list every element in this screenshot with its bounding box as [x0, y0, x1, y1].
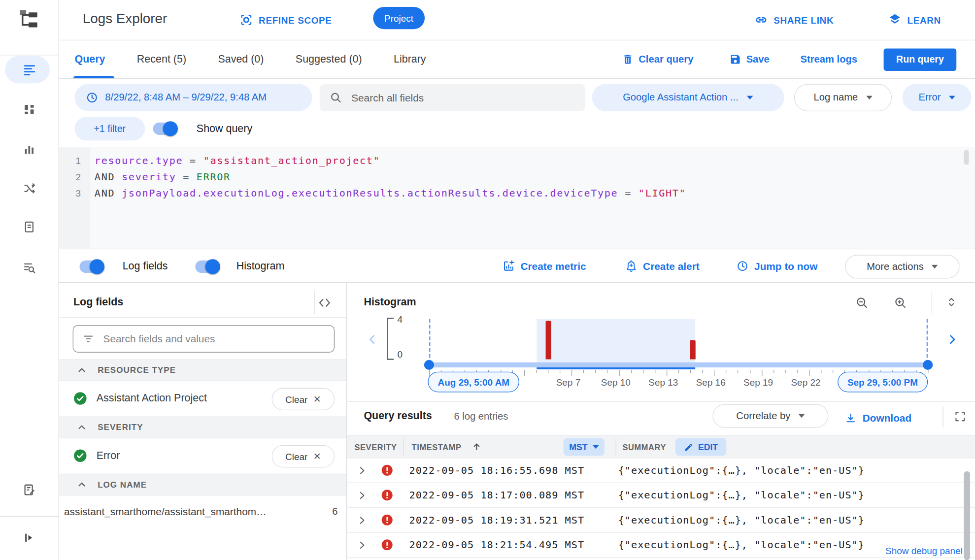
create-metric-button[interactable]: Create metric — [503, 249, 586, 283]
chevron-up-icon — [76, 364, 88, 376]
search-all-fields-box — [320, 84, 585, 111]
alert-bell-icon — [625, 260, 638, 272]
clear-label: Clear — [285, 394, 307, 404]
axis-tick — [536, 370, 537, 373]
resource-filter-label: Google Assistant Action ... — [623, 92, 739, 103]
log-entry-row[interactable]: 2022-09-05 18:16:55.698 MST{"executionLo… — [347, 458, 975, 483]
range-handle-start[interactable] — [424, 360, 434, 370]
expand-row-chevron[interactable] — [356, 540, 368, 551]
time-range-slider-track[interactable] — [429, 362, 928, 367]
query-editor[interactable]: 1resource.type = "assistant_action_proje… — [59, 147, 975, 249]
log-entry-row[interactable]: 2022-09-05 18:17:00.089 MST{"executionLo… — [347, 483, 975, 508]
stream-logs-button[interactable]: Stream logs — [800, 40, 857, 78]
axis-tick-label: Sep 22 — [791, 377, 820, 387]
axis-tick — [928, 370, 928, 373]
sort-ascending-icon[interactable] — [471, 441, 482, 452]
sidebar-expand-button[interactable] — [22, 530, 36, 545]
axis-tick — [797, 370, 798, 373]
range-handle-end[interactable] — [923, 360, 933, 370]
timezone-dropdown[interactable]: MST — [564, 438, 605, 456]
view-toggle-row: Log fields Histogram Create metric Creat… — [59, 249, 975, 283]
run-query-button[interactable]: Run query — [884, 48, 957, 70]
save-label: Save — [746, 54, 770, 65]
project-scope-badge[interactable]: Project — [373, 7, 424, 29]
save-button[interactable]: Save — [730, 40, 770, 78]
expand-row-chevron[interactable] — [356, 515, 368, 526]
refine-scope-button[interactable]: REFINE SCOPE — [239, 13, 332, 27]
correlate-by-label: Correlate by — [736, 410, 790, 422]
range-start-pill[interactable]: Aug 29, 5:00 AM — [428, 372, 519, 393]
sidebar-item-log-router[interactable] — [22, 181, 36, 196]
time-range-picker[interactable]: 8/29/22, 8:48 AM – 9/29/22, 9:48 AM — [74, 84, 312, 111]
edit-summary-button[interactable]: EDIT — [675, 438, 727, 456]
tab-query[interactable]: Query — [74, 54, 105, 66]
show-query-toggle[interactable] — [153, 121, 178, 136]
download-button[interactable]: Download — [844, 401, 911, 435]
search-all-fields-input[interactable] — [350, 91, 575, 104]
learn-button[interactable]: LEARN — [888, 13, 941, 27]
jump-to-now-button[interactable]: Jump to now — [736, 249, 817, 283]
results-scrollbar[interactable] — [964, 471, 970, 560]
expand-row-chevron[interactable] — [356, 465, 368, 476]
pan-left-chevron[interactable] — [366, 332, 379, 346]
sidebar-item-log-analytics[interactable] — [22, 102, 36, 117]
axis-tick — [762, 370, 762, 376]
fields-search-input[interactable] — [102, 332, 325, 346]
create-metric-label: Create metric — [520, 260, 586, 272]
field-item-assistant-action-project[interactable]: Assistant Action Project Clear ✕ — [59, 381, 346, 417]
log-entry-row[interactable]: 2022-09-05 18:19:31.521 MST{"executionLo… — [347, 508, 975, 532]
axis-tick — [619, 370, 620, 376]
tab-library[interactable]: Library — [394, 54, 426, 66]
query-filters: 8/29/22, 8:48 AM – 9/29/22, 9:48 AM Goog… — [59, 79, 975, 147]
fullscreen-icon[interactable] — [954, 410, 966, 423]
resource-filter-dropdown[interactable]: Google Assistant Action ... — [592, 84, 784, 111]
severity-filter-dropdown[interactable]: Error — [902, 84, 971, 111]
chevron-down-icon — [799, 414, 805, 418]
create-alert-button[interactable]: Create alert — [625, 249, 700, 283]
log-name-dropdown[interactable]: Log name — [794, 84, 892, 111]
axis-tick-label: Sep 19 — [743, 377, 773, 387]
log-entry-row[interactable]: 2022-09-05 18:21:54.495 MST{"executionLo… — [347, 533, 975, 558]
log-fields-toggle[interactable] — [80, 259, 104, 274]
clear-resource-filter-button[interactable]: Clear ✕ — [272, 388, 335, 410]
section-resource-type[interactable]: RESOURCE TYPE — [59, 360, 346, 381]
log-name-label: Log name — [813, 92, 858, 103]
histogram-toggle[interactable] — [195, 259, 220, 274]
axis-tick — [702, 370, 703, 373]
sidebar-item-logs-storage[interactable] — [22, 260, 36, 275]
axis-tick — [773, 370, 774, 373]
sidebar-item-logs-explorer[interactable] — [22, 62, 36, 77]
error-severity-icon — [381, 514, 393, 526]
sidebar-item-log-metrics[interactable] — [22, 220, 36, 234]
search-icon — [330, 92, 342, 104]
tab-recent[interactable]: Recent (5) — [137, 54, 186, 66]
field-item-log-name[interactable]: assistant_smarthome/assistant_smarthom… … — [59, 495, 346, 529]
section-log-name[interactable]: LOG NAME — [59, 474, 346, 495]
axis-tick-label: Sep 13 — [648, 377, 678, 387]
section-severity[interactable]: SEVERITY — [59, 417, 346, 438]
range-end-pill[interactable]: Sep 29, 5:00 PM — [838, 372, 928, 393]
clear-query-button[interactable]: Clear query — [622, 40, 693, 78]
field-item-error[interactable]: Error Clear ✕ — [59, 438, 346, 474]
log-fields-toggle-label: Log fields — [123, 260, 168, 272]
pan-right-chevron[interactable] — [945, 332, 959, 346]
editor-scrollbar[interactable] — [964, 150, 969, 165]
sidebar-item-logs-dashboard[interactable] — [22, 142, 36, 157]
axis-tick — [809, 370, 809, 376]
collapse-panel-icon[interactable] — [318, 296, 332, 310]
sidebar-item-release-notes[interactable] — [22, 482, 36, 497]
expand-row-chevron[interactable] — [356, 490, 368, 501]
tab-saved[interactable]: Saved (0) — [218, 54, 264, 66]
error-severity-icon — [381, 539, 393, 551]
correlate-by-dropdown[interactable]: Correlate by — [712, 404, 828, 428]
unfold-more-icon[interactable] — [945, 296, 958, 308]
show-debug-panel-link[interactable]: Show debug panel — [881, 544, 966, 557]
more-filters-chip[interactable]: +1 filter — [74, 117, 145, 140]
clear-severity-filter-button[interactable]: Clear ✕ — [272, 445, 335, 467]
share-link-button[interactable]: SHARE LINK — [754, 13, 834, 27]
tab-suggested[interactable]: Suggested (0) — [296, 54, 362, 66]
column-timestamp[interactable]: TIMESTAMP — [412, 443, 462, 452]
more-actions-dropdown[interactable]: More actions — [845, 255, 959, 279]
active-tab-indicator — [73, 76, 114, 78]
section-label: LOG NAME — [98, 480, 147, 489]
